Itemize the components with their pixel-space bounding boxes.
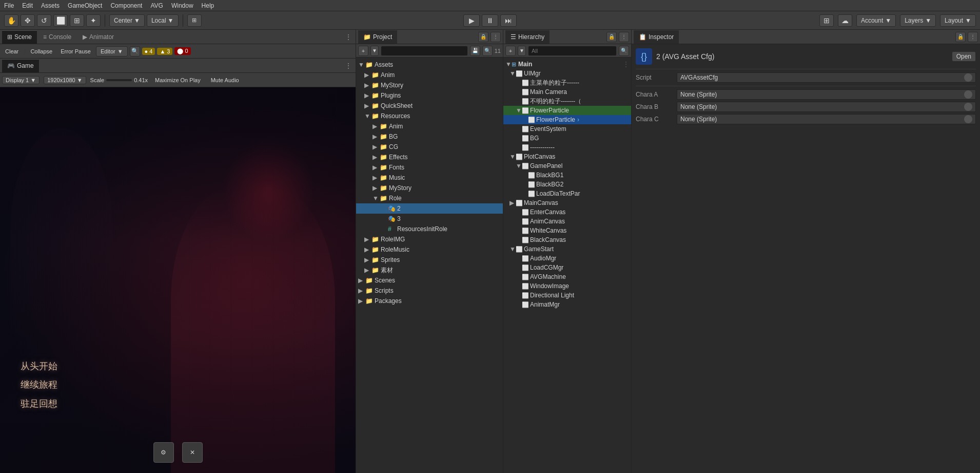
scene-more-icon[interactable]: ⋮ [623, 61, 629, 68]
chara-c-selector-icon[interactable] [964, 115, 972, 123]
tool-move[interactable]: ✥ [21, 14, 35, 27]
tree-res-init-role[interactable]: # ResourcesInitRole [356, 224, 503, 234]
hierarchy-search-input[interactable] [528, 46, 617, 56]
hierarchy-chevron[interactable]: ▼ [518, 46, 526, 56]
play-button[interactable]: ▶ [463, 14, 480, 27]
hier-loadcgmgr[interactable]: ⬜ LoadCGMgr [503, 263, 631, 272]
menu-avg[interactable]: AVG [150, 2, 163, 9]
add-hierarchy-btn[interactable]: + [505, 46, 516, 56]
tool-rect[interactable]: ⊞ [70, 14, 84, 27]
scale-slider[interactable] [106, 79, 132, 81]
tool-transform[interactable]: ✦ [86, 14, 101, 27]
tab-animator[interactable]: ▶ Animator [77, 30, 119, 44]
hier-flower-particle-child[interactable]: ⬜ FlowerParticle › [503, 115, 631, 124]
tab-console[interactable]: ≡ Console [38, 30, 76, 44]
pause-button[interactable]: ⏸ [482, 14, 498, 27]
tree-asset-2[interactable]: 🎭 2 [356, 203, 503, 214]
clear-button[interactable]: Clear [2, 47, 22, 55]
hier-whitecanvas[interactable]: ⬜ WhiteCanvas [503, 226, 631, 235]
settings-icon-btn[interactable]: ⚙ [153, 442, 174, 463]
cloud-icon[interactable]: ☁ [838, 14, 852, 27]
search-scene-icon[interactable]: 🔍 [130, 46, 140, 56]
hier-gamepanel[interactable]: ▼ ⬜ GamePanel [503, 161, 631, 171]
editor-dropdown[interactable]: Editor ▼ [96, 46, 128, 56]
menu-assets[interactable]: Assets [41, 2, 60, 9]
display-dropdown[interactable]: Display 1 ▼ [2, 76, 40, 84]
tool-hand[interactable]: ✋ [4, 14, 18, 27]
game-tab-more[interactable]: ⋮ [343, 62, 354, 69]
center-button[interactable]: Center ▼ [109, 14, 145, 27]
tree-res-mystory[interactable]: ▶ 📁 MyStory [356, 183, 503, 193]
menu-gameobject[interactable]: GameObject [68, 2, 102, 9]
hier-avgmachine[interactable]: ⬜ AVGMachine [503, 272, 631, 281]
project-search-input[interactable] [381, 46, 468, 56]
chara-b-selector-icon[interactable] [964, 103, 972, 111]
tool-rotate[interactable]: ↺ [37, 14, 51, 27]
hier-maincanvas[interactable]: ▶ ⬜ MainCanvas [503, 198, 631, 207]
tree-asset-3[interactable]: 🎭 3 [356, 214, 503, 224]
hier-windowimage[interactable]: ⬜ WindowImage [503, 281, 631, 291]
menu-window[interactable]: Window [171, 2, 193, 9]
hierarchy-search-icon[interactable]: 🔍 [619, 46, 629, 56]
hier-bg[interactable]: ⬜ BG [503, 134, 631, 143]
hier-scene-main[interactable]: ▼ ⊞ Main ⋮ [503, 60, 631, 69]
account-button[interactable]: Account ▼ [856, 14, 896, 27]
tab-project[interactable]: 📁 Project [358, 30, 397, 44]
hier-uimgr[interactable]: ▼ ⬜ UIMgr [503, 69, 631, 78]
tree-res-fonts[interactable]: ▶ 📁 Fonts [356, 162, 503, 173]
hier-main-camera[interactable]: ⬜ Main Camera [503, 87, 631, 97]
hier-audiomgr[interactable]: ⬜ AudioMgr [503, 254, 631, 263]
tree-rolemusic[interactable]: ▶ 📁 RoleMusic [356, 244, 503, 255]
tree-quicksheet[interactable]: ▶ 📁 QuickSheet [356, 101, 503, 111]
hier-plotcanvas[interactable]: ▼ ⬜ PlotCanvas [503, 152, 631, 161]
script-value-field[interactable]: AVGAssetCfg [677, 72, 976, 83]
menu-file[interactable]: File [4, 2, 14, 9]
tab-scene[interactable]: ⊞ Scene [2, 30, 37, 44]
tab-hierarchy[interactable]: ☰ Hierarchy [505, 30, 550, 44]
tree-anim[interactable]: ▶ 📁 Anim [356, 70, 503, 80]
layout-button[interactable]: Layout ▼ [940, 14, 976, 27]
menu-edit[interactable]: Edit [22, 2, 33, 9]
tree-scenes[interactable]: ▶ 📁 Scenes [356, 275, 503, 286]
local-button[interactable]: Local ▼ [147, 14, 179, 27]
tree-plugins[interactable]: ▶ 📁 Plugins [356, 90, 503, 101]
menu-help[interactable]: Help [202, 2, 214, 9]
project-chevron[interactable]: ▼ [370, 46, 379, 56]
chara-a-value-field[interactable]: None (Sprite) [677, 89, 976, 100]
tree-res-anim[interactable]: ▶ 📁 Anim [356, 121, 503, 131]
tab-more[interactable]: ⋮ [343, 33, 354, 41]
hier-directional-light[interactable]: ⬜ Directional Light [503, 291, 631, 300]
filter-icon[interactable]: 🔍 [482, 46, 493, 56]
mute-audio-button[interactable]: Mute Audio [208, 76, 242, 84]
maximize-on-play-button[interactable]: Maximize On Play [152, 76, 204, 84]
tree-res-music[interactable]: ▶ 📁 Music [356, 173, 503, 183]
project-more-icon[interactable]: ⋮ [491, 32, 501, 42]
close-icon-btn[interactable]: ✕ [182, 442, 203, 463]
hierarchy-lock-icon[interactable]: 🔒 [606, 32, 617, 42]
inspector-lock-icon[interactable]: 🔒 [955, 32, 966, 42]
hier-animatmgr[interactable]: ⬜ AnimatMgr [503, 300, 631, 309]
layers-button[interactable]: Layers ▼ [900, 14, 936, 27]
tree-assets[interactable]: ▼ 📁 Assets [356, 60, 503, 70]
hier-entercanvas[interactable]: ⬜ EnterCanvas [503, 207, 631, 217]
project-lock-icon[interactable]: 🔒 [478, 32, 488, 42]
open-button[interactable]: Open [952, 51, 976, 62]
tree-res-effects[interactable]: ▶ 📁 Effects [356, 152, 503, 162]
hier-eventsystem[interactable]: ⬜ EventSystem [503, 124, 631, 134]
hierarchy-more-icon[interactable]: ⋮ [619, 32, 629, 42]
error-pause-button[interactable]: Error Pause [57, 47, 94, 55]
tree-sprites[interactable]: ▶ 📁 Sprites [356, 255, 503, 265]
grid-icon-btn[interactable]: ⊞ [187, 14, 202, 27]
tree-resources[interactable]: ▼ 📁 Resources [356, 111, 503, 121]
hier-particle-main[interactable]: ⬜ 主菜单的粒子------ [503, 78, 631, 87]
step-button[interactable]: ⏭ [500, 14, 517, 27]
chara-b-value-field[interactable]: None (Sprite) [677, 102, 976, 112]
tool-scale[interactable]: ⬜ [53, 14, 68, 27]
collab-icon[interactable]: ⊞ [819, 14, 834, 27]
hier-blackbg1[interactable]: ⬜ BlackBG1 [503, 171, 631, 180]
hier-blackcanvas[interactable]: ⬜ BlackCanvas [503, 235, 631, 244]
resolution-dropdown[interactable]: 1920x1080 ▼ [44, 76, 86, 84]
chara-c-value-field[interactable]: None (Sprite) [677, 114, 976, 124]
inspector-more-icon[interactable]: ⋮ [968, 32, 978, 42]
tree-res-bg[interactable]: ▶ 📁 BG [356, 131, 503, 142]
